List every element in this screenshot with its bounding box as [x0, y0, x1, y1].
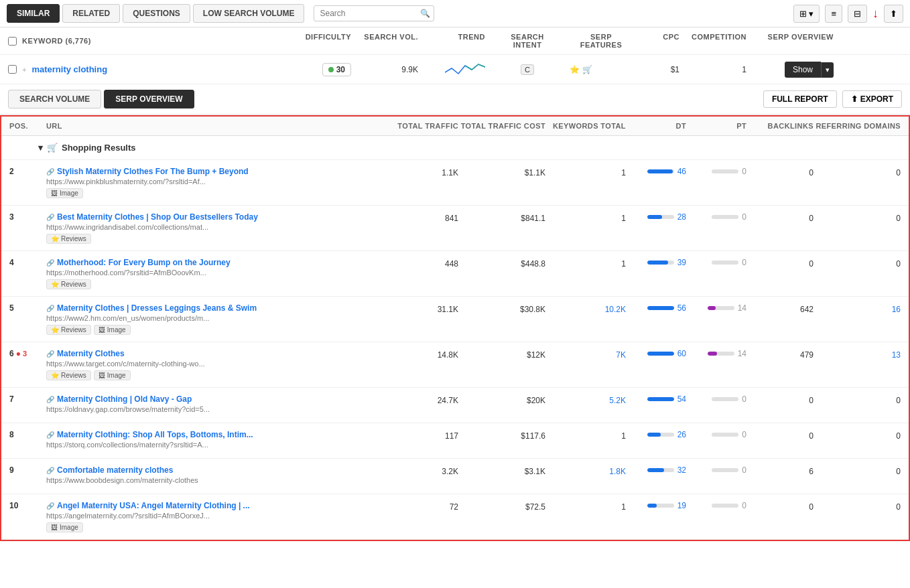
- pt-bar-fill: [708, 306, 716, 310]
- position-cell: 5: [9, 303, 46, 313]
- cpc-value: $1: [671, 65, 679, 74]
- keyword-name[interactable]: maternity clothing: [31, 64, 107, 74]
- url-link[interactable]: Stylish Maternity Clothes For The Bump +…: [57, 167, 249, 176]
- keyword-checkbox[interactable]: [8, 65, 17, 74]
- url-title: 🔗 Maternity Clothing | Old Navy - Gap: [46, 394, 385, 404]
- dt-cell: 56: [626, 303, 686, 313]
- export-button[interactable]: ⬆ EXPORT: [842, 90, 902, 108]
- backlinks-cell: 642: [746, 303, 814, 314]
- competition-header: COMPETITION: [685, 33, 752, 49]
- pt-value: 0: [742, 258, 746, 267]
- dt-bar-bg: [647, 352, 674, 356]
- search-input[interactable]: [320, 9, 420, 18]
- tag-label: Image: [107, 326, 126, 334]
- search-vol-value: 9.9K: [401, 65, 418, 74]
- pos-dot: ●: [16, 349, 21, 358]
- dt-cell: 26: [626, 430, 686, 439]
- table-row: 3 🔗 Best Maternity Clothes | Shop Our Be…: [1, 206, 909, 251]
- referring-domains-cell: 0: [814, 258, 901, 269]
- tag-image: 🖼 Image: [94, 370, 131, 380]
- full-report-button[interactable]: FULL REPORT: [763, 90, 837, 108]
- pt-bar-bg: [712, 397, 738, 401]
- total-traffic-cost-cell: $30.8K: [458, 303, 545, 314]
- url-link[interactable]: Comfortable maternity clothes: [57, 465, 173, 475]
- url-link[interactable]: Maternity Clothes | Dresses Leggings Jea…: [57, 303, 257, 313]
- referring-domains-cell: 0: [814, 430, 901, 441]
- dt-value: 60: [677, 349, 686, 358]
- expand-icon[interactable]: +: [22, 66, 26, 74]
- columns-icon-btn[interactable]: ⊟: [848, 5, 867, 23]
- url-title: 🔗 Maternity Clothes | Dresses Leggings J…: [46, 303, 385, 313]
- pt-bar: 14: [686, 303, 746, 313]
- keywords-total-cell: 7K: [545, 349, 626, 360]
- dt-cell: 60: [626, 349, 686, 358]
- url-block: 🔗 Maternity Clothing | Old Navy - Gap ht…: [46, 394, 385, 416]
- arrow-indicator: ↓: [872, 7, 879, 21]
- external-link-icon: 🔗: [46, 502, 54, 510]
- kw-serp-overview: Show▾: [752, 62, 839, 78]
- url-link[interactable]: Maternity Clothing: Shop All Tops, Botto…: [57, 430, 253, 439]
- tab-serp-overview[interactable]: SERP OVERVIEW: [104, 90, 194, 108]
- tab-similar[interactable]: SIMILAR: [7, 4, 60, 23]
- tab-related[interactable]: RELATED: [62, 4, 120, 23]
- dt-bar-fill: [647, 468, 664, 472]
- serp-overview-header: SERP OVERVIEW: [752, 33, 839, 49]
- filter-icon-btn[interactable]: ≡: [825, 5, 842, 23]
- dt-bar: 54: [626, 394, 686, 404]
- show-button[interactable]: Show: [785, 62, 821, 78]
- image-icon: 🖼: [51, 190, 58, 197]
- url-link[interactable]: Angel Maternity USA: Angel Maternity Clo…: [57, 501, 250, 510]
- url-title: 🔗 Motherhood: For Every Bump on the Jour…: [46, 258, 385, 267]
- tab-search-volume[interactable]: SEARCH VOLUME: [8, 90, 101, 108]
- backlinks-cell: 0: [746, 430, 814, 441]
- url-tags: ⭐ Reviews: [46, 234, 385, 244]
- url-title: 🔗 Angel Maternity USA: Angel Maternity C…: [46, 501, 385, 510]
- url-title: 🔗 Stylish Maternity Clothes For The Bump…: [46, 167, 385, 176]
- dt-bar-bg: [647, 397, 674, 401]
- layout-icon-btn[interactable]: ⊞ ▾: [793, 5, 820, 23]
- export-icon: ⬆: [851, 94, 858, 104]
- dt-value: 32: [677, 465, 686, 475]
- image-icon: 🖼: [99, 326, 105, 334]
- pos-number: 5: [9, 303, 14, 313]
- pt-cell: 0: [686, 501, 746, 510]
- keywords-total-cell: 1.8K: [545, 465, 626, 476]
- pt-bar: 0: [686, 258, 746, 267]
- position-cell: 10: [9, 501, 46, 510]
- url-link[interactable]: Motherhood: For Every Bump on the Journe…: [57, 258, 231, 267]
- tab-low-search-volume[interactable]: LOW SEARCH VOLUME: [193, 4, 305, 23]
- tag-image: 🖼 Image: [46, 522, 83, 532]
- dt-bar-fill: [647, 306, 674, 310]
- dt-bar-fill: [647, 433, 661, 437]
- url-link[interactable]: Best Maternity Clothes | Shop Our Bestse…: [57, 212, 258, 222]
- tag-label: Reviews: [61, 281, 86, 288]
- select-all-checkbox[interactable]: [8, 37, 17, 46]
- url-block: 🔗 Maternity Clothes | Dresses Leggings J…: [46, 303, 385, 335]
- dt-bar-bg: [647, 306, 674, 310]
- shopping-serp-icon: 🛒: [582, 65, 592, 74]
- pt-value: 0: [742, 212, 746, 222]
- total-traffic-header: TOTAL TRAFFIC: [385, 122, 458, 130]
- dt-bar-bg: [647, 215, 674, 219]
- star-icon: ⭐: [51, 281, 59, 288]
- dt-cell: 54: [626, 394, 686, 404]
- table-row: 7 🔗 Maternity Clothing | Old Navy - Gap …: [1, 388, 909, 423]
- table-row: 6 ● 3 🔗 Maternity Clothes https://www.ta…: [1, 342, 909, 388]
- kw-search-vol: 9.9K: [356, 65, 424, 74]
- kw-serp-features: ⭐ 🛒: [564, 65, 638, 74]
- total-traffic-cell: 841: [385, 212, 458, 223]
- url-block: 🔗 Maternity Clothes https://www.target.c…: [46, 349, 385, 380]
- export-icon-btn[interactable]: ⬆: [884, 5, 903, 23]
- dt-bar: 56: [626, 303, 686, 313]
- url-href: https://storq.com/collections/maternity?…: [46, 441, 385, 449]
- url-link[interactable]: Maternity Clothing | Old Navy - Gap: [57, 394, 192, 404]
- dt-bar-bg: [647, 468, 674, 472]
- tag-label: Image: [60, 524, 78, 531]
- external-link-icon: 🔗: [46, 168, 54, 175]
- url-link[interactable]: Maternity Clothes: [57, 349, 125, 358]
- show-caret-button[interactable]: ▾: [821, 62, 834, 78]
- tag-reviews: ⭐ Reviews: [46, 234, 91, 244]
- tab-questions[interactable]: QUESTIONS: [123, 4, 190, 23]
- pt-cell: 0: [686, 258, 746, 267]
- pt-bar-bg: [712, 468, 738, 472]
